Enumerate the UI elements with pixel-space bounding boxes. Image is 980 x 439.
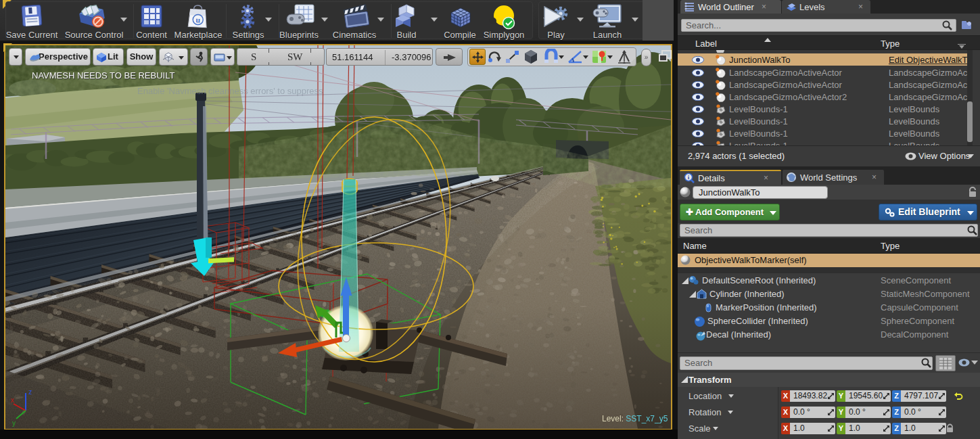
svg-text:u: u bbox=[195, 15, 201, 24]
